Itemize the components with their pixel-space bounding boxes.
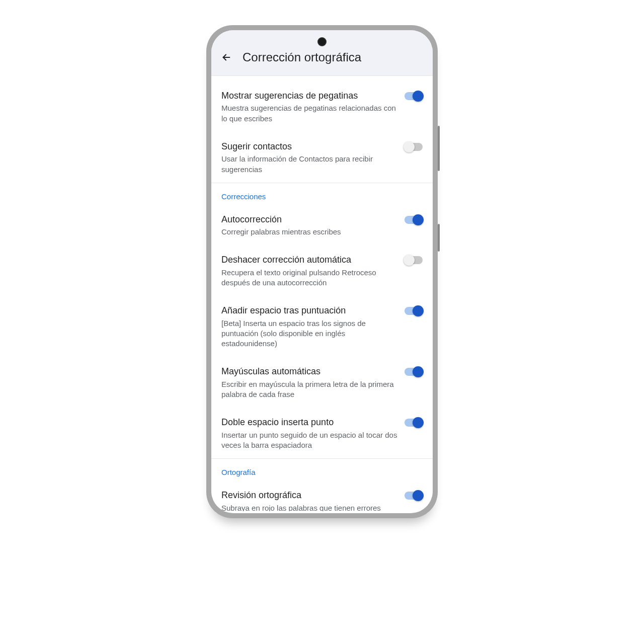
setting-row[interactable]: Deshacer corrección automáticaRecupera e… [211,245,433,296]
setting-row[interactable]: Revisión ortográficaSubraya en rojo las … [211,480,433,511]
setting-text: Doble espacio inserta puntoInsertar un p… [221,417,398,450]
toggle-switch[interactable] [405,143,423,151]
setting-description: Recupera el texto original pulsando Retr… [221,268,398,288]
screen: Corrección ortográfica Mostrar sugerenci… [211,30,433,513]
toggle-thumb [404,255,415,266]
front-camera [317,37,327,46]
setting-description: Muestra sugerencias de pegatinas relacio… [221,103,398,124]
setting-row[interactable]: Doble espacio inserta puntoInsertar un p… [211,408,433,458]
setting-title: Sugerir contactos [221,141,398,152]
toggle-thumb [413,91,424,102]
setting-row[interactable]: Mayúsculas automáticasEscribir en mayúsc… [211,357,433,408]
setting-row[interactable]: Mostrar sugerencias de pegatinasMuestra … [211,81,433,132]
settings-list[interactable]: Mostrar sugerencias de pegatinasMuestra … [211,76,433,511]
setting-row[interactable]: Añadir espacio tras puntuación[Beta] Ins… [211,296,433,357]
toggle-switch[interactable] [405,368,423,376]
setting-row[interactable]: Sugerir contactosUsar la información de … [211,132,433,183]
setting-text: AutocorrecciónCorregir palabras mientras… [221,214,398,237]
setting-row[interactable]: AutocorrecciónCorregir palabras mientras… [211,205,433,246]
toggle-switch[interactable] [405,256,423,264]
section-header: Ortografía [211,459,433,480]
setting-text: Deshacer corrección automáticaRecupera e… [221,254,398,288]
phone-frame: Corrección ortográfica Mostrar sugerenci… [206,25,438,518]
setting-title: Mostrar sugerencias de pegatinas [221,90,398,102]
setting-text: Sugerir contactosUsar la información de … [221,141,398,175]
power-button [438,224,440,252]
setting-description: Usar la información de Contactos para re… [221,154,398,175]
setting-text: Revisión ortográficaSubraya en rojo las … [221,490,398,511]
toggle-thumb [413,214,424,225]
setting-description: Corregir palabras mientras escribes [221,227,398,237]
setting-text: Mostrar sugerencias de pegatinasMuestra … [221,90,398,124]
setting-title: Deshacer corrección automática [221,254,398,266]
setting-title: Autocorrección [221,214,398,225]
toggle-thumb [404,141,415,152]
setting-text: Añadir espacio tras puntuación[Beta] Ins… [221,305,398,349]
setting-title: Añadir espacio tras puntuación [221,305,398,316]
back-icon[interactable] [220,51,232,63]
setting-title: Revisión ortográfica [221,490,398,501]
toggle-thumb [413,417,424,428]
setting-description: Escribir en mayúscula la primera letra d… [221,379,398,400]
setting-description: [Beta] Inserta un espacio tras los signo… [221,318,398,349]
setting-text: Mayúsculas automáticasEscribir en mayúsc… [221,366,398,399]
toggle-switch[interactable] [405,307,423,315]
section-header: Correcciones [211,183,433,205]
toggle-thumb [413,490,424,501]
page-title: Corrección ortográfica [243,50,361,64]
toggle-switch[interactable] [405,92,423,100]
toggle-switch[interactable] [405,419,423,427]
setting-description: Insertar un punto seguido de un espacio … [221,430,398,451]
setting-title: Mayúsculas automáticas [221,366,398,377]
toggle-thumb [413,366,424,377]
toggle-switch[interactable] [405,492,423,500]
volume-button [438,126,440,171]
toggle-switch[interactable] [405,216,423,224]
setting-title: Doble espacio inserta punto [221,417,398,428]
toggle-thumb [413,305,424,316]
setting-description: Subraya en rojo las palabras que tienen … [221,503,398,511]
